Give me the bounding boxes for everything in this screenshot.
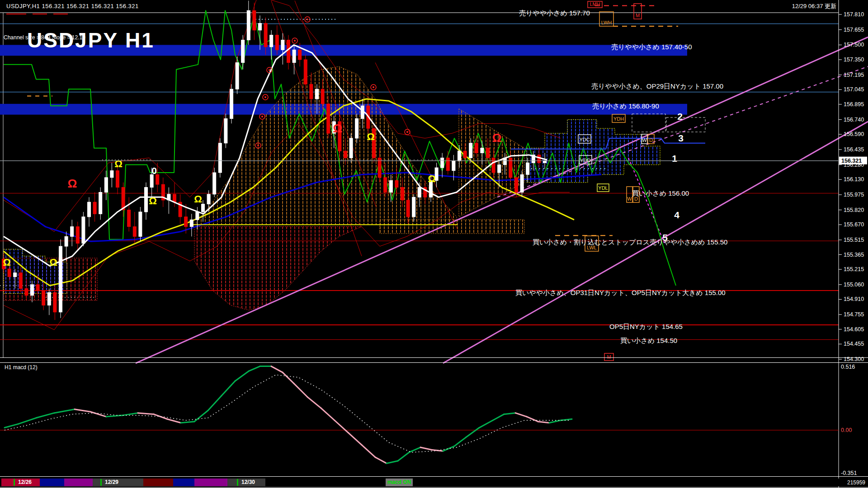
- level-label-text-w: W: [642, 137, 647, 143]
- level-label-text-lwh: LWH: [601, 20, 612, 25]
- bull-candle: [207, 194, 210, 204]
- bear-candle: [344, 151, 347, 158]
- bear-candle: [42, 291, 45, 305]
- level-label-text-ydo: YDO: [580, 158, 591, 163]
- bear-candle: [36, 285, 39, 291]
- bear-candle: [76, 227, 79, 244]
- red-omega-marker: Ω: [492, 131, 502, 145]
- chart-canvas[interactable]: ΩΩΩΩΩΩΩΩΩΩLMHMLWHYDHYDCWDYDOYDLWDLWLM012…: [0, 0, 868, 488]
- bull-candle: [481, 148, 484, 153]
- bear-candle: [310, 84, 313, 99]
- bear-candle: [8, 269, 11, 277]
- price-axis-tick-label: 154.605: [844, 326, 864, 333]
- bear-candle: [133, 227, 136, 237]
- red-circle-marker-dot: [269, 69, 270, 71]
- price-axis-tick-label: 156.590: [844, 131, 864, 137]
- price-axis-tick-label: 156.740: [844, 117, 864, 123]
- bear-candle: [401, 188, 404, 200]
- bear-candle: [287, 40, 290, 63]
- level-annotation: 買い小さめ・割り込むとストップロス売りやや小さめめ 155.50: [533, 238, 727, 246]
- bear-candle: [475, 143, 478, 153]
- time-axis-session-bar: macd ON 12/2612/2912/30: [0, 479, 868, 486]
- bull-candle: [469, 143, 472, 158]
- level-annotation: 売りやや小さめ 157.70: [519, 9, 590, 17]
- bull-candle: [418, 188, 421, 197]
- bear-candle: [395, 180, 398, 187]
- update-timestamp: 12/29 06:37 更新: [792, 2, 836, 10]
- red-circle-marker-dot: [294, 40, 296, 42]
- level-label-text-d: D: [649, 137, 653, 143]
- bear-candle: [156, 174, 159, 184]
- bull-candle: [247, 10, 250, 40]
- wave-count-label: 4: [674, 210, 679, 220]
- bear-candle: [93, 202, 96, 214]
- bear-candle: [127, 210, 131, 227]
- bear-candle: [515, 178, 518, 192]
- bull-candle: [110, 171, 113, 178]
- bull-candle: [452, 161, 455, 171]
- bull-candle: [145, 188, 148, 212]
- symbol-ohlc-info: USDJPY,H1 156.321 156.321 156.321 156.32…: [6, 3, 139, 9]
- underline-mark: [33, 14, 47, 14]
- wave-count-label: 2: [677, 111, 683, 122]
- bull-candle: [59, 246, 62, 312]
- session-segment: [173, 479, 194, 486]
- red-circle-marker-dot: [406, 131, 408, 133]
- bear-candle: [275, 35, 278, 50]
- macd-tick-bottom: -0.351: [841, 470, 857, 476]
- level-label-text-m: M: [607, 354, 611, 360]
- yellow-omega-marker: Ω: [428, 173, 436, 184]
- level-label-text-w: W: [627, 196, 632, 202]
- panel-separator-bottom: [0, 487, 868, 488]
- bear-candle: [122, 188, 125, 210]
- bear-candle: [173, 194, 176, 202]
- price-axis-tick-label: 156.435: [844, 146, 864, 153]
- bull-candle: [543, 161, 547, 163]
- price-axis-tick-label: 157.500: [844, 42, 864, 48]
- price-axis-tick-label: 157.045: [844, 86, 864, 93]
- level-annotation: 買い小さめ 156.00: [632, 189, 689, 197]
- bull-candle: [458, 151, 461, 161]
- session-segment: [143, 479, 173, 486]
- bull-candle: [316, 89, 319, 99]
- yellow-omega-marker: Ω: [367, 131, 375, 142]
- bear-candle: [538, 155, 541, 163]
- yellow-omega-marker: Ω: [194, 193, 202, 205]
- bear-candle: [327, 104, 330, 133]
- bull-candle: [202, 204, 205, 212]
- level-annotation: 売りやや小さめ 157.40-50: [611, 43, 692, 51]
- current-price-value: 156.321: [841, 158, 862, 164]
- price-axis-tick-label: 155.060: [844, 282, 864, 288]
- bull-candle: [104, 178, 108, 192]
- yellow-omega-marker: Ω: [149, 195, 157, 206]
- session-segment: [64, 479, 93, 486]
- panel-separator-top: [0, 357, 868, 358]
- price-axis-tick-label: 157.810: [844, 11, 864, 18]
- price-axis-tick-label: 154.455: [844, 341, 864, 347]
- price-axis-tick-label: 155.515: [844, 237, 864, 243]
- bull-candle: [65, 236, 68, 246]
- bull-candle: [355, 118, 359, 138]
- session-segment: [40, 479, 64, 486]
- price-axis-tick-label: 157.195: [844, 72, 864, 78]
- macd-on-toggle[interactable]: macd ON: [386, 479, 413, 486]
- bear-candle: [184, 217, 188, 227]
- bear-candle: [406, 200, 410, 217]
- price-axis-tick-label: 154.755: [844, 311, 864, 318]
- time-axis-date-label: 12/30: [237, 479, 255, 486]
- bull-candle: [224, 118, 227, 143]
- bull-candle: [270, 35, 273, 47]
- session-segment: [194, 479, 227, 486]
- price-axis-tick-label: 156.895: [844, 101, 864, 108]
- price-axis-tick-label: 157.655: [844, 27, 864, 33]
- bull-candle: [190, 220, 193, 226]
- red-circle-marker-dot: [307, 19, 308, 20]
- channel-info-label: Channel size = 849 Slope = 12.10: [4, 34, 85, 41]
- price-axis-tick-label: 155.215: [844, 266, 864, 272]
- bull-candle: [526, 163, 529, 174]
- bull-candle: [47, 292, 51, 305]
- panel-separator-macd: [0, 362, 868, 363]
- underline-mark: [6, 14, 26, 14]
- time-axis-date-label: 12/26: [14, 479, 32, 486]
- wave-count-label: 3: [678, 133, 684, 143]
